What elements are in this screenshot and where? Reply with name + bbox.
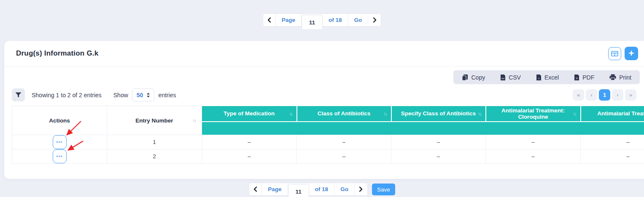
current-page-button[interactable]: 1: [599, 89, 610, 101]
row-actions-menu-button[interactable]: •••: [53, 135, 67, 149]
excel-file-icon: x: [536, 74, 542, 81]
table-cell: –: [391, 135, 486, 149]
table-grid-icon: [611, 51, 618, 56]
page-size-value: 50: [137, 92, 143, 98]
column-header-class-of-antibiotics-label: Class of Antibiotics: [318, 110, 371, 117]
column-header-antimalarial-treatment-label: Antimalarial Treatment: [597, 110, 644, 117]
table-row: ••• 1 – – – – –: [12, 135, 644, 149]
csv-file-icon: csv: [500, 74, 506, 81]
next-page-button[interactable]: ›: [612, 89, 623, 101]
table-cell: –: [581, 135, 644, 149]
svg-text:x: x: [538, 77, 539, 80]
top-pagination-bar: Page of 18 Go: [0, 0, 644, 29]
page-title: Drug(s) Information G.k: [16, 49, 98, 58]
top-next-page-button[interactable]: [368, 14, 381, 26]
bottom-pagination: Page of 18 Go: [249, 183, 368, 196]
pdf-file-icon: A: [574, 74, 579, 81]
table-cell: –: [297, 149, 391, 164]
copy-icon: [462, 74, 468, 81]
export-toolbar-row: Copy csv CSV x Excel A: [4, 67, 644, 84]
bottom-pagination-bar: Page of 18 Go Save: [0, 183, 644, 196]
bottom-next-page-button[interactable]: [355, 183, 367, 195]
excel-button[interactable]: x Excel: [536, 74, 559, 81]
pdf-button-label: PDF: [582, 74, 594, 81]
chevron-left-icon: [267, 17, 271, 23]
top-page-number-input[interactable]: [302, 15, 323, 30]
sort-icon[interactable]: ↑↓: [573, 111, 576, 116]
filter-row: [202, 122, 644, 135]
column-header-specify-class-of-antibiotics[interactable]: Specify Class of Antibiotics ↑↓: [391, 106, 486, 122]
chevron-right-icon: [359, 186, 363, 192]
page-size-group: Show 50 entries: [113, 88, 176, 101]
top-prev-page-button[interactable]: [263, 14, 276, 26]
print-icon: [609, 74, 616, 80]
pdf-button[interactable]: A PDF: [574, 74, 594, 81]
table-info-row: Showing 1 to 2 of 2 entries Show 50 entr…: [4, 84, 644, 101]
filter-button[interactable]: [12, 88, 25, 101]
csv-button[interactable]: csv CSV: [500, 74, 521, 81]
add-entry-button[interactable]: +: [625, 47, 638, 60]
stepper-arrows-icon: [147, 93, 150, 98]
bottom-page-label: Page: [262, 183, 288, 195]
table-cell: –: [581, 149, 644, 164]
entry-number-cell: 2: [107, 149, 202, 164]
table-pagination: « ‹ 1 › »: [573, 89, 638, 101]
table-cell: –: [297, 135, 391, 149]
print-button-label: Print: [619, 74, 631, 81]
last-page-button[interactable]: »: [625, 89, 636, 101]
bottom-prev-page-button[interactable]: [249, 183, 262, 195]
column-header-type-of-medication[interactable]: Type of Medication ↑↓: [202, 106, 297, 122]
top-page-label: Page: [276, 14, 302, 26]
table-cell: –: [486, 149, 581, 164]
entry-number-cell: 1: [107, 135, 202, 149]
column-header-class-of-antibiotics[interactable]: Class of Antibiotics ↑↓: [297, 106, 391, 122]
top-go-button[interactable]: Go: [348, 14, 369, 26]
chevron-right-icon: [373, 17, 377, 23]
column-header-type-of-medication-label: Type of Medication: [224, 110, 275, 117]
column-header-actions: Actions: [12, 106, 107, 135]
bottom-page-number-input[interactable]: [288, 184, 309, 197]
drug-information-panel: Drug(s) Information G.k + Copy: [4, 41, 644, 179]
panel-header-actions: +: [608, 47, 638, 60]
save-button[interactable]: Save: [372, 184, 395, 195]
sort-icon[interactable]: ↑↓: [193, 118, 196, 123]
filter-funnel-icon: [15, 92, 22, 98]
export-toolbar: Copy csv CSV x Excel A: [453, 70, 640, 84]
bottom-go-button[interactable]: Go: [334, 183, 355, 195]
panel-header: Drug(s) Information G.k +: [4, 41, 644, 67]
actions-cell: •••: [12, 135, 107, 149]
previous-page-button[interactable]: ‹: [586, 89, 597, 101]
top-page-of-label: of 18: [323, 14, 348, 26]
table-cell: –: [202, 135, 297, 149]
sort-icon[interactable]: ↑↓: [478, 111, 481, 116]
column-header-specify-class-of-antibiotics-label: Specify Class of Antibiotics: [401, 110, 476, 117]
page-size-select[interactable]: 50: [132, 88, 155, 101]
table-cell: –: [202, 149, 297, 164]
sort-icon[interactable]: ↑↓: [289, 111, 292, 116]
copy-button[interactable]: Copy: [462, 74, 485, 81]
show-label: Show: [113, 92, 128, 98]
plus-icon: +: [629, 49, 634, 58]
svg-text:csv: csv: [501, 77, 505, 79]
column-header-antimalarial-cloroquine[interactable]: Antimalarial Treatment: Cloroquine ↑↓: [486, 106, 581, 122]
row-actions-menu-button[interactable]: •••: [53, 149, 67, 163]
column-header-antimalarial-cloroquine-label: Antimalarial Treatment: Cloroquine: [501, 107, 565, 120]
column-header-antimalarial-treatment[interactable]: Antimalarial Treatment: [581, 106, 644, 122]
column-header-entry-number-label: Entry Number: [135, 117, 173, 124]
chevron-left-icon: [253, 186, 257, 192]
table-cell: –: [486, 135, 581, 149]
table-view-button[interactable]: [608, 47, 621, 60]
print-button[interactable]: Print: [609, 74, 631, 81]
sort-icon[interactable]: ↑↓: [384, 111, 387, 116]
showing-entries-text: Showing 1 to 2 of 2 entries: [32, 92, 102, 98]
column-header-entry-number[interactable]: Entry Number ↑↓: [107, 106, 202, 135]
entries-label: entries: [158, 92, 176, 98]
table-cell: –: [391, 149, 486, 164]
bottom-page-of-label: of 18: [309, 183, 335, 195]
first-page-button[interactable]: «: [573, 89, 584, 101]
data-table-container: Actions Entry Number ↑↓ Type of Medicati…: [12, 106, 644, 164]
top-pagination: Page of 18 Go: [263, 13, 382, 27]
excel-button-label: Excel: [544, 74, 559, 81]
drug-information-table: Actions Entry Number ↑↓ Type of Medicati…: [12, 106, 644, 164]
copy-button-label: Copy: [471, 74, 485, 81]
